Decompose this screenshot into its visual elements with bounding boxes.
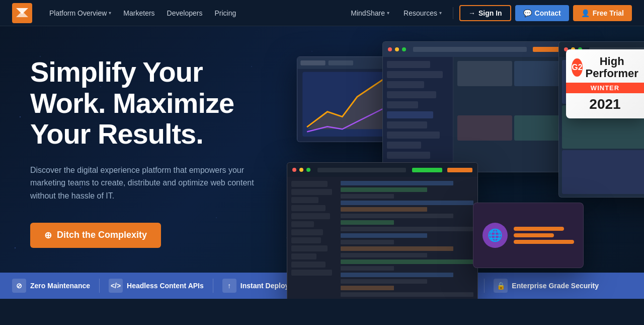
g2-performer: Performer <box>586 68 638 80</box>
g2-logo: G2 <box>572 58 582 77</box>
content-hub-screen <box>382 41 574 172</box>
svg-rect-4 <box>329 60 353 66</box>
arrow-icon: ⊕ <box>44 230 52 241</box>
navbar: Platform Overview ▾ Marketers Developers… <box>0 0 644 26</box>
nav-links: Platform Overview ▾ Marketers Developers… <box>44 6 342 20</box>
hero-content: Simplify Your Work. Maximize Your Result… <box>0 26 282 299</box>
hero-section: Simplify Your Work. Maximize Your Result… <box>0 26 644 299</box>
user-icon: 👤 <box>581 9 590 17</box>
hero-screenshots: 🌐 G2 High Performer WINTER 2021 <box>282 26 644 299</box>
nav-divider <box>453 7 453 19</box>
free-trial-button[interactable]: 👤 Free Trial <box>573 5 632 21</box>
hero-subtext: Discover the digital experience platform… <box>30 164 262 203</box>
logo[interactable] <box>12 3 32 23</box>
nav-developers[interactable]: Developers <box>162 6 208 20</box>
g2-badge: G2 High Performer WINTER 2021 <box>566 49 644 118</box>
chat-icon: 💬 <box>523 9 532 17</box>
chevron-down-icon: ▾ <box>387 10 389 16</box>
sign-in-button[interactable]: → Sign In <box>459 5 511 21</box>
svg-rect-3 <box>300 60 325 66</box>
hero-headline: Simplify Your Work. Maximize Your Result… <box>30 56 262 150</box>
lines-icon <box>514 227 574 244</box>
signin-icon: → <box>468 9 475 17</box>
nav-platform-overview[interactable]: Platform Overview ▾ <box>44 6 116 20</box>
nav-marketers[interactable]: Marketers <box>118 6 159 20</box>
chevron-down-icon: ▾ <box>439 10 442 16</box>
cta-button[interactable]: ⊕ Ditch the Complexity <box>30 223 161 248</box>
nav-pricing[interactable]: Pricing <box>209 6 241 20</box>
globe-icon: 🌐 <box>482 223 508 248</box>
g2-high: High <box>586 55 638 68</box>
widget-screen: 🌐 <box>473 203 584 268</box>
g2-year: 2021 <box>573 96 637 112</box>
nav-resources[interactable]: Resources ▾ <box>398 6 447 20</box>
nav-mindshare[interactable]: MindShare ▾ <box>346 6 394 20</box>
g2-season: WINTER <box>566 83 644 93</box>
nav-right: MindShare ▾ Resources ▾ → Sign In 💬 Cont… <box>346 5 632 21</box>
code-editor-screen <box>287 162 478 299</box>
chevron-down-icon: ▾ <box>109 10 111 16</box>
contact-button[interactable]: 💬 Contact <box>515 5 569 21</box>
